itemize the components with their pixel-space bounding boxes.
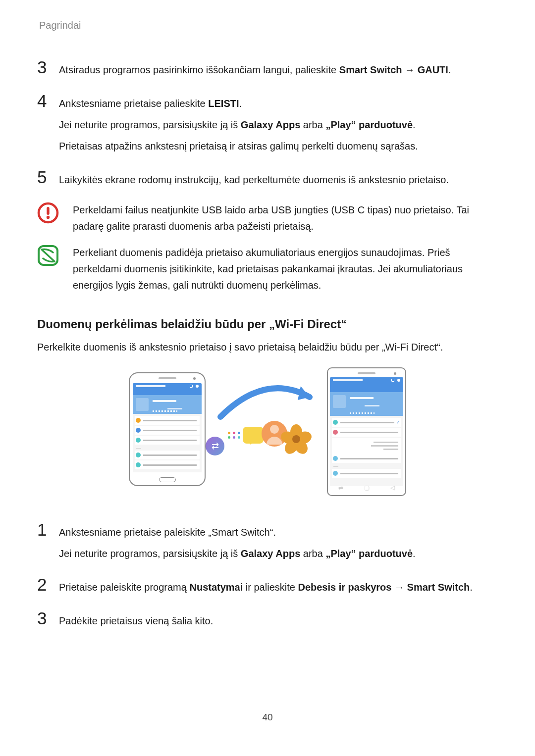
step-number: 3: [37, 609, 59, 627]
step-item: 2 Prietaise paleiskite programą Nustatym…: [37, 576, 498, 596]
section-intro: Perkelkite duomenis iš ankstesnio prieta…: [37, 339, 498, 355]
tip-note: Perkeliant duomenis padidėja prietaiso a…: [37, 245, 498, 294]
svg-marker-4: [298, 386, 310, 400]
smart-switch-icon: [206, 437, 224, 455]
svg-point-2: [47, 216, 50, 219]
transfer-illustration: ——: [37, 367, 498, 496]
step-item: 5 Laikykitės ekrane rodomų instrukcijų, …: [37, 168, 498, 188]
steps-list-b: 1 Ankstesniame prietaise paleiskite „Sma…: [37, 521, 498, 629]
new-device-illustration: ✓ —— ⇌▢◁: [327, 367, 406, 496]
step-item: 3 Atsiradus programos pasirinkimo iššoka…: [37, 58, 498, 78]
step-text: Padėkite prietaisus vieną šalia kito.: [59, 613, 498, 629]
step-number: 4: [37, 92, 59, 109]
old-device-illustration: ——: [129, 372, 206, 486]
step-item: 1 Ankstesniame prietaise paleiskite „Sma…: [37, 521, 498, 562]
warning-text: Perkeldami failus neatjunkite USB laido …: [73, 202, 498, 235]
step-number: 3: [37, 58, 59, 76]
message-icon: [243, 427, 264, 444]
section-heading: Duomenų perkėlimas belaidžiu būdu per „W…: [37, 317, 498, 331]
step-text: Laikykitės ekrane rodomų instrukcijų, ka…: [59, 172, 498, 188]
step-text: Ankstesniame prietaise paleiskite „Smart…: [59, 524, 498, 562]
step-text: Prietaise paleiskite programą Nustatymai…: [59, 579, 498, 596]
step-item: 3 Padėkite prietaisus vieną šalia kito.: [37, 609, 498, 629]
step-number: 1: [37, 521, 59, 538]
tip-icon: [37, 245, 59, 266]
step-text: Atsiradus programos pasirinkimo iššokanč…: [59, 62, 498, 78]
steps-list-a: 3 Atsiradus programos pasirinkimo iššoka…: [37, 58, 498, 188]
apps-grid-icon: [228, 432, 241, 439]
warning-note: Perkeldami failus neatjunkite USB laido …: [37, 202, 498, 235]
gallery-icon: [281, 424, 311, 454]
step-text: Ankstesniame prietaise palieskite LEISTI…: [59, 96, 498, 154]
step-number: 5: [37, 168, 59, 186]
step-number: 2: [37, 576, 59, 593]
page-header: Pagrindai: [37, 20, 498, 31]
tip-text: Perkeliant duomenis padidėja prietaiso a…: [73, 245, 498, 294]
svg-rect-1: [47, 207, 49, 215]
warning-icon: [37, 202, 59, 224]
transfer-arrow-icon: [215, 377, 320, 427]
step-item: 4 Ankstesniame prietaise palieskite LEIS…: [37, 92, 498, 154]
page-number: 40: [0, 712, 535, 723]
